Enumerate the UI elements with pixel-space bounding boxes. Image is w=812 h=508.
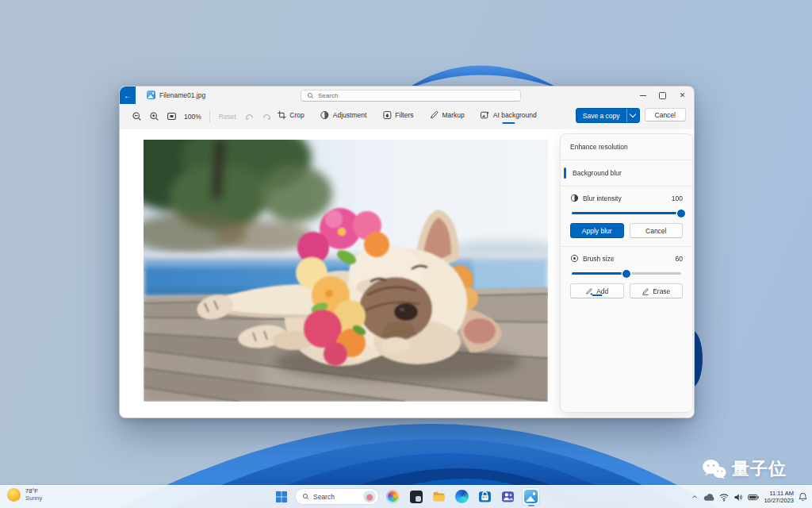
search-placeholder: Search [318,92,338,99]
add-brush-button[interactable]: Add [570,283,624,298]
erase-brush-button[interactable]: Erase [630,283,684,298]
wechat-icon [702,459,726,480]
system-tray: 11:11 AM 10/27/2023 [691,486,807,508]
save-a-copy-button[interactable]: Save a copy [576,108,640,123]
tool-crop[interactable]: Crop [272,107,308,123]
ai-background-icon [481,110,490,120]
close-button[interactable]: ✕ [672,87,692,104]
editor-toolbar: 100% Reset [120,104,694,129]
brush-size-label: Brush size [583,255,615,263]
undo-button[interactable] [242,109,257,124]
crop-icon [277,110,286,120]
taskbar-app-task-view[interactable] [407,487,425,506]
slider-thumb[interactable] [677,210,685,217]
taskbar: 78°F Sunny Search [0,485,812,508]
brush-size-slider[interactable] [572,268,681,278]
eraser-icon [642,287,649,295]
minimize-button[interactable] [633,87,653,104]
markup-icon [429,110,439,120]
clock[interactable]: 11:11 AM 10/27/2023 [764,490,794,505]
search-input[interactable]: Search [301,90,521,102]
back-arrow-icon: ← [124,91,132,100]
photos-app-window: ← Filename01.jpg Search ✕ [119,86,695,418]
taskbar-app-file-explorer[interactable] [430,487,448,506]
zoom-in-icon [149,111,159,121]
taskbar-search-placeholder: Search [313,493,335,501]
taskbar-app-copilot[interactable] [384,487,402,506]
taskbar-app-teams[interactable] [499,487,517,506]
taskbar-search[interactable]: Search [295,488,379,505]
taskbar-app-store[interactable] [476,487,494,506]
window-controls: ✕ [633,87,692,104]
taskbar-app-photos[interactable] [522,487,540,506]
clock-date: 10/27/2023 [764,497,794,504]
erase-label: Erase [653,287,670,295]
blur-intensity-slider[interactable] [572,208,681,217]
enhance-resolution-row[interactable]: Enhance resolution [561,134,692,160]
cancel-blur-button[interactable]: Cancel [630,223,684,238]
add-label: Add [596,287,608,295]
start-button[interactable] [272,487,290,506]
battery-icon [748,494,759,501]
save-options-dropdown[interactable] [627,109,639,122]
watermark: 量子位 [702,457,787,481]
tool-label: Filters [395,111,413,119]
running-app-indicator [528,505,534,507]
onedrive-tray-icon[interactable] [703,493,714,502]
tool-adjustment[interactable]: Adjustment [316,107,372,123]
volume-tray-icon[interactable] [733,493,743,502]
weather-condition: Sunny [25,495,42,502]
brush-size-icon [570,254,579,263]
edit-tools: Crop Adjustment Filters [272,107,541,123]
network-tray-icon[interactable] [719,493,729,502]
tool-filters[interactable]: Filters [377,107,418,123]
background-blur-row[interactable]: Background blur [561,160,692,186]
search-icon [307,92,314,99]
slider-fill [572,272,626,275]
edge-icon [455,490,469,503]
copilot-icon [386,490,400,503]
taskbar-apps: Search [272,487,540,506]
chevron-down-icon [630,111,636,117]
battery-tray-icon[interactable] [748,494,759,501]
clock-time: 11:11 AM [764,490,794,497]
close-icon: ✕ [680,91,686,99]
blur-intensity-section: Blur intensity 100 Apply blur Cancel [561,187,692,246]
blur-intensity-value: 100 [672,194,683,202]
fit-to-window-button[interactable] [164,109,179,124]
toolbar-divider [209,111,210,122]
file-explorer-icon [432,490,446,503]
reset-button[interactable]: Reset [216,113,239,121]
zoom-in-button[interactable] [147,109,162,124]
cancel-button[interactable]: Cancel [645,108,686,121]
sun-icon [7,488,21,502]
watermark-text: 量子位 [732,457,787,481]
brush-size-value: 60 [676,255,683,263]
tool-label: Crop [289,111,304,119]
commit-buttons: Save a copy Cancel [576,108,686,123]
taskbar-app-edge[interactable] [453,487,471,506]
tool-markup[interactable]: Markup [424,107,469,123]
slider-thumb[interactable] [622,270,630,278]
teams-icon [501,490,515,503]
zoom-out-button[interactable] [129,109,144,124]
weather-widget[interactable]: 78°F Sunny [7,487,42,502]
cloud-icon [703,493,714,502]
chevron-up-icon [691,493,699,501]
tool-label: Markup [442,111,464,119]
photo-being-edited[interactable] [144,140,548,402]
tool-ai-background[interactable]: AI background [476,107,542,123]
back-button[interactable]: ← [120,87,136,104]
minimize-icon [640,95,646,96]
redo-icon [262,111,272,121]
fit-to-window-icon [167,111,177,121]
slider-fill [572,212,681,214]
maximize-button[interactable] [653,87,672,104]
titlebar: ← Filename01.jpg Search ✕ [120,87,694,104]
file-tab[interactable]: Filename01.jpg [142,89,210,101]
apply-blur-button[interactable]: Apply blur [570,223,624,238]
tool-label: Adjustment [333,111,367,119]
hidden-icons-button[interactable] [691,493,699,501]
notifications-button[interactable] [799,492,807,502]
edit-canvas: Enhance resolution Background blur Blur … [120,129,694,418]
